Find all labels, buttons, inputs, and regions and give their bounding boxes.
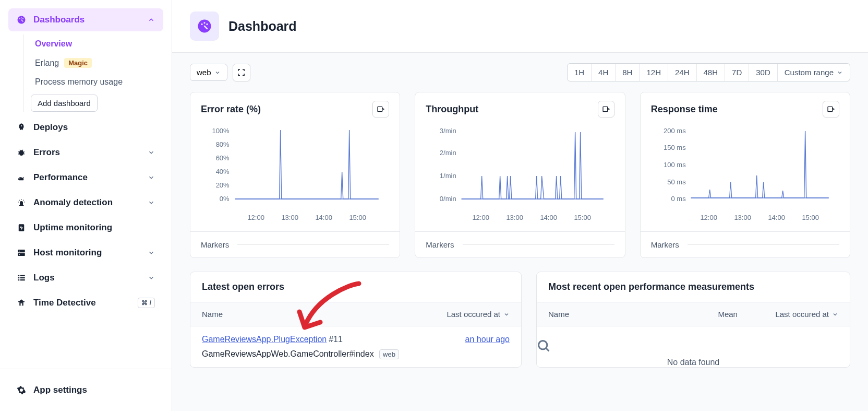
svg-rect-38 [603,107,608,111]
svg-text:15:00: 15:00 [802,214,819,221]
chart-error-rate: 100% 80% 60% 40% 20% 0% 12:00 13:00 14:0… [190,122,400,231]
time-range-48h[interactable]: 48H [697,64,726,81]
page-title: Dashboard [228,19,297,34]
svg-point-3 [22,18,23,19]
time-range-12h[interactable]: 12H [640,64,668,81]
time-range-4h[interactable]: 4H [592,64,616,81]
chevron-down-icon [148,149,155,156]
siren-icon [17,198,26,207]
chevron-up-icon [148,16,155,24]
chevron-down-icon [148,199,155,206]
svg-text:13:00: 13:00 [507,214,524,221]
rocket-icon [17,123,26,132]
svg-text:2/min: 2/min [440,149,456,157]
metrics-cards-row: Error rate (%) 100% 80% 60% 40% 20% 0% [190,92,850,258]
nav-sub-overview[interactable]: Overview [31,34,163,53]
time-range-8h[interactable]: 8H [616,64,640,81]
panel-title: Latest open errors [190,272,521,302]
nav-anomaly-detection[interactable]: Anomaly detection [8,190,163,215]
nav-uptime-monitoring[interactable]: Uptime monitoring [8,215,163,240]
chevron-down-icon [503,311,510,318]
detective-icon [17,298,26,308]
popout-button[interactable] [823,101,839,118]
svg-text:20%: 20% [216,181,230,189]
svg-text:12:00: 12:00 [700,214,717,221]
svg-point-23 [201,24,202,25]
toolbar: web 1H 4H 8H 12H 24H 48H 7D 30D Custom r… [190,63,850,81]
svg-text:150 ms: 150 ms [664,144,686,151]
add-dashboard-button[interactable]: Add dashboard [31,95,98,112]
time-range-7d[interactable]: 7D [725,64,749,81]
gauge-icon [190,11,219,41]
nav-dashboards[interactable]: Dashboards [8,8,163,31]
svg-line-60 [546,348,549,351]
filter-dropdown[interactable]: web [190,64,227,81]
last-occurred-link[interactable]: an hour ago [465,335,510,344]
card-markers: Markers [641,231,850,257]
gear-icon [17,385,26,395]
popout-button[interactable] [598,101,614,118]
time-range-custom[interactable]: Custom range [778,64,850,81]
svg-point-11 [19,251,20,252]
server-icon [17,248,26,257]
panel-latest-errors: Latest open errors Name Last occured at … [190,272,522,368]
svg-rect-13 [18,275,19,276]
time-range-30d[interactable]: 30D [749,64,778,81]
svg-rect-9 [18,250,25,252]
table-row: GameReviewsApp.PlugException #11 GameRev… [190,326,521,367]
th-name: Name [548,310,718,319]
svg-text:15:00: 15:00 [349,214,366,221]
nav-errors[interactable]: Errors [8,140,163,165]
svg-text:0 ms: 0 ms [671,195,686,203]
time-range-picker: 1H 4H 8H 12H 24H 48H 7D 30D Custom range [567,63,850,81]
error-id: #11 [329,335,343,344]
sidebar: Dashboards Overview Erlang Magic Process… [0,0,172,411]
nav-time-detective[interactable]: Time Detective ⌘ / [8,290,163,315]
th-last-occurred[interactable]: Last occured at [447,310,510,319]
svg-rect-15 [18,277,19,278]
svg-text:200 ms: 200 ms [664,127,686,135]
nav-sub-erlang[interactable]: Erlang Magic [31,53,163,73]
chevron-down-icon [148,274,155,281]
nav-app-settings[interactable]: App settings [8,378,163,403]
nav-logs[interactable]: Logs [8,265,163,290]
svg-point-4 [21,125,22,126]
svg-point-1 [19,18,20,19]
error-link[interactable]: GameReviewsApp.PlugException [202,335,327,344]
svg-rect-48 [828,107,833,111]
svg-text:80%: 80% [216,140,230,148]
chart-throughput: 3/min 2/min 1/min 0/min 12:00 13:00 14:0… [415,122,624,231]
svg-rect-19 [18,301,25,302]
chevron-down-icon [214,69,221,76]
nav-deploys[interactable]: Deploys [8,115,163,140]
logs-icon [17,273,26,283]
nav-sub-process-memory[interactable]: Process memory usage [31,73,163,91]
th-last-occurred[interactable]: Last occured at [775,310,838,319]
svg-text:15:00: 15:00 [574,214,592,221]
nav-performance[interactable]: Performance [8,165,163,190]
svg-text:14:00: 14:00 [768,214,785,221]
time-range-1h[interactable]: 1H [568,64,592,81]
tables-row: Latest open errors Name Last occured at … [190,272,850,368]
chevron-down-icon [148,174,155,181]
svg-rect-21 [21,303,22,306]
time-range-24h[interactable]: 24H [668,64,697,81]
popout-button[interactable] [372,101,389,118]
svg-rect-14 [20,275,25,276]
svg-text:50 ms: 50 ms [667,178,686,186]
bug-icon [17,148,26,157]
th-mean: Mean [718,310,775,319]
magic-badge: Magic [64,58,92,68]
nav-dashboards-label: Dashboards [33,15,85,25]
svg-text:100%: 100% [212,127,230,135]
content-area: web 1H 4H 8H 12H 24H 48H 7D 30D Custom r… [172,53,868,411]
svg-rect-18 [20,279,25,280]
main: Dashboard web 1H 4H 8H 12H 24H 48H 7D 30… [172,0,868,411]
svg-point-12 [19,254,20,255]
panel-performance-measurements: Most recent open performance measurement… [536,272,850,368]
nav-host-monitoring[interactable]: Host monitoring [8,240,163,265]
svg-text:12:00: 12:00 [473,214,490,221]
th-name: Name [202,310,447,319]
fullscreen-button[interactable] [233,64,250,81]
svg-point-59 [539,341,547,349]
